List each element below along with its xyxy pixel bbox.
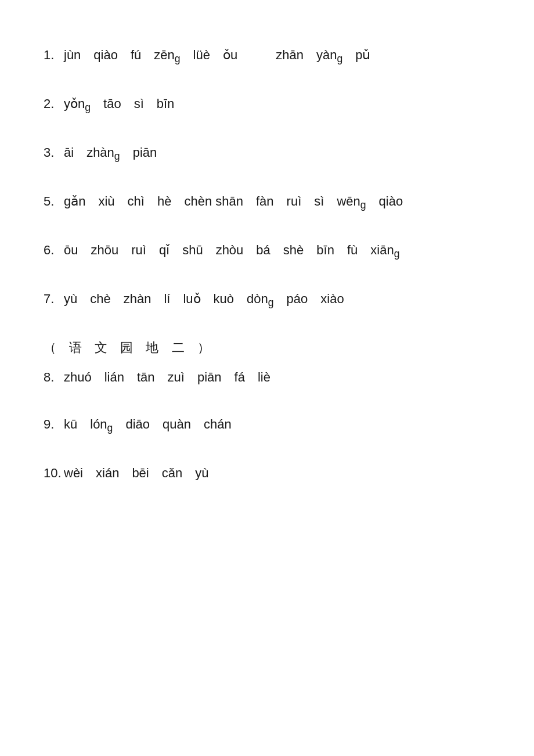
- line-number-6: 6.: [44, 242, 64, 260]
- word-6-8: shè: [283, 242, 304, 260]
- line-9: 9. kū lóng diāo quàn chán: [44, 416, 490, 435]
- word-2-4: bīn: [157, 95, 175, 113]
- word-6-2: zhōu: [91, 242, 118, 260]
- line-number-1: 1.: [44, 46, 64, 64]
- word-2-1: yǒng: [64, 95, 91, 115]
- line-2: 2. yǒng tāo sì bīn: [44, 95, 490, 115]
- word-8-7: liè: [258, 369, 270, 387]
- word-5-4: hè: [157, 193, 171, 211]
- word-5-1: gǎn: [64, 193, 85, 211]
- word-1-9: yàng: [316, 46, 342, 66]
- word-5-5: chèn shān: [184, 193, 243, 211]
- word-7-8: páo: [287, 290, 308, 308]
- word-6-3: ruì: [131, 242, 146, 260]
- word-8-4: zuì: [168, 369, 185, 387]
- line-number-8: 8.: [44, 369, 64, 387]
- word-9-5: chán: [204, 416, 232, 434]
- word-3-3: piān: [133, 144, 157, 162]
- word-1-3: fú: [131, 46, 141, 64]
- word-6-6: zhòu: [216, 242, 244, 260]
- line-number-9: 9.: [44, 416, 64, 434]
- word-3-2: zhàng: [86, 144, 120, 164]
- line-7: 7. yù chè zhàn lí luǒ kuò dòng páo xiào: [44, 290, 490, 310]
- line-3: 3. āi zhàng piān: [44, 144, 490, 164]
- chinese-section-header: （ 语 文 园 地 二 ）: [44, 339, 490, 363]
- word-9-3: diāo: [125, 416, 150, 434]
- word-7-6: kuò: [214, 290, 234, 308]
- word-8-1: zhuó: [64, 369, 92, 387]
- word-2-3: sì: [134, 95, 144, 113]
- line-number-2: 2.: [44, 95, 64, 113]
- word-7-1: yù: [64, 290, 77, 308]
- word-6-10: fù: [347, 242, 358, 260]
- word-1-5: lüè: [193, 46, 210, 64]
- word-10-3: bēi: [132, 465, 149, 483]
- line-8: 8. zhuó lián tān zuì piān fá liè: [44, 369, 490, 387]
- word-6-11: xiāng: [370, 242, 399, 261]
- word-5-9: wēng: [337, 193, 366, 213]
- word-5-8: sì: [314, 193, 324, 211]
- word-9-2: lóng: [90, 416, 113, 435]
- line-number-10: 10.: [44, 465, 64, 483]
- word-1-8: zhān: [276, 46, 304, 64]
- line-6: 6. ōu zhōu ruì qǐ shū zhòu bá shè bīn fù…: [44, 242, 490, 261]
- word-6-5: shū: [182, 242, 203, 260]
- word-7-3: zhàn: [124, 290, 151, 308]
- word-7-4: lí: [164, 290, 170, 308]
- line-number-3: 3.: [44, 144, 64, 162]
- word-6-4: qǐ: [159, 242, 169, 260]
- word-6-1: ōu: [64, 242, 78, 260]
- word-5-3: chì: [128, 193, 145, 211]
- line-5: 5. gǎn xiù chì hè chèn shān fàn ruì sì w…: [44, 193, 490, 213]
- line-number-7: 7.: [44, 290, 64, 308]
- word-10-5: yù: [195, 465, 208, 483]
- word-8-5: piān: [197, 369, 222, 387]
- word-5-6: fàn: [256, 193, 274, 211]
- word-10-1: wèi: [64, 465, 83, 483]
- word-1-10: pǔ: [355, 46, 370, 64]
- word-1-2: qiào: [93, 46, 118, 64]
- line-10: 10. wèi xián bēi căn yù: [44, 465, 490, 483]
- word-6-7: bá: [256, 242, 270, 260]
- word-5-7: ruì: [287, 193, 302, 211]
- word-5-2: xiù: [98, 193, 114, 211]
- word-7-2: chè: [90, 290, 110, 308]
- word-7-5: luǒ: [183, 290, 200, 308]
- word-7-9: xiào: [320, 290, 344, 308]
- word-8-6: fá: [234, 369, 245, 387]
- word-9-1: kū: [64, 416, 77, 434]
- word-2-2: tāo: [103, 95, 121, 113]
- word-8-3: tān: [137, 369, 155, 387]
- word-7-7: dòng: [247, 290, 274, 310]
- word-1-1: jùn: [64, 46, 81, 64]
- line-number-5: 5.: [44, 193, 64, 211]
- word-10-2: xián: [96, 465, 119, 483]
- word-1-4: zēng: [154, 46, 180, 66]
- line-1: 1. jùn qiào fú zēng lüè ǒu zhān yàng pǔ: [44, 46, 490, 66]
- word-1-6: ǒu: [223, 46, 237, 64]
- word-6-9: bīn: [316, 242, 334, 260]
- page-content: 1. jùn qiào fú zēng lüè ǒu zhān yàng pǔ …: [44, 46, 490, 483]
- word-8-2: lián: [104, 369, 124, 387]
- word-3-1: āi: [64, 144, 74, 162]
- word-5-10: qiào: [379, 193, 403, 211]
- word-10-4: căn: [162, 465, 182, 483]
- word-9-4: quàn: [163, 416, 191, 434]
- chinese-label: （ 语 文 园 地 二 ）: [44, 339, 215, 357]
